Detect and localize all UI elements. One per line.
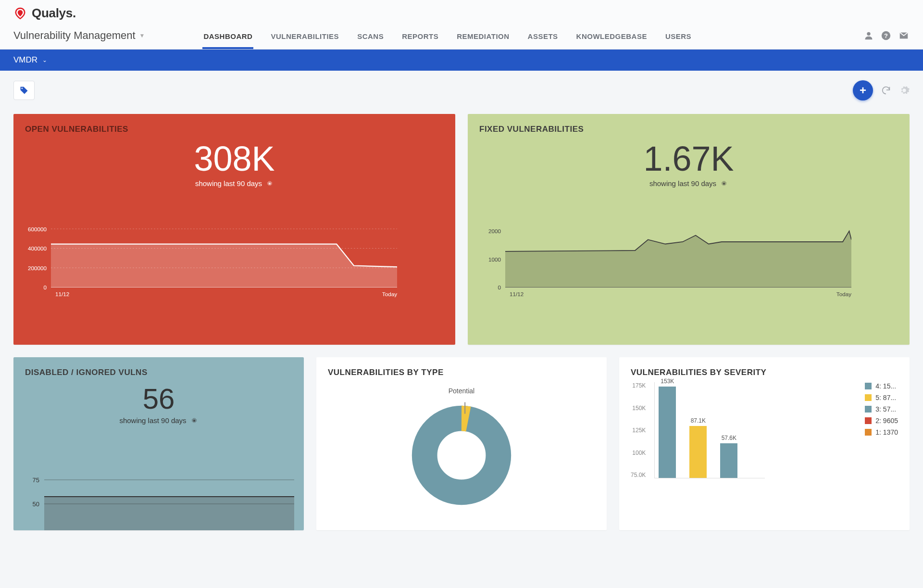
svg-point-3 [22, 88, 23, 89]
fixed-subline: showing last 90 days [479, 179, 898, 188]
card-disabled-ignored[interactable]: DISABLED / IGNORED VULNS 56 showing last… [13, 357, 304, 530]
donut-chart: Potential [328, 387, 595, 513]
svg-text:2000: 2000 [488, 228, 501, 234]
legend-label: 5: 87... [875, 394, 896, 401]
refresh-icon[interactable] [881, 85, 891, 96]
dashboard-toolbar: + [0, 71, 923, 104]
gear-icon[interactable] [720, 180, 728, 188]
dashboard-grid: OPEN VULNERABILITIES 308K showing last 9… [0, 104, 923, 540]
svg-text:1000: 1000 [488, 256, 501, 263]
svg-text:?: ? [884, 32, 888, 39]
svg-text:0: 0 [43, 284, 47, 290]
tab-knowledgebase[interactable]: KNOWLEDGEBASE [575, 27, 648, 49]
svg-text:75: 75 [33, 476, 39, 484]
fixed-value: 1.67K [479, 139, 898, 178]
svg-text:600000: 600000 [28, 226, 47, 232]
legend-swatch-icon [865, 383, 872, 389]
legend-swatch-icon [865, 429, 872, 436]
open-subline: showing last 90 days [25, 179, 444, 188]
card-open-vulnerabilities[interactable]: OPEN VULNERABILITIES 308K showing last 9… [13, 114, 455, 345]
user-icon[interactable] [863, 30, 874, 41]
tab-scans[interactable]: SCANS [356, 27, 385, 49]
disabled-value: 56 [25, 382, 292, 415]
tag-filter-button[interactable] [13, 81, 35, 100]
qualys-logo-icon [13, 7, 27, 20]
legend-item[interactable]: 5: 87... [865, 394, 898, 401]
bar-legend: 4: 15...5: 87...3: 57...2: 96051: 1370 [865, 382, 898, 478]
dashboard-name: VMDR [13, 55, 37, 65]
legend-item[interactable]: 1: 1370 [865, 428, 898, 436]
bar-value-label: 87.1K [691, 417, 706, 424]
app-title-text: Vulnerability Management [13, 29, 136, 42]
y-tick: 100K [631, 450, 646, 456]
legend-label: 3: 57... [875, 405, 896, 413]
svg-point-0 [867, 32, 870, 35]
card-vulns-by-type[interactable]: VULNERABILITIES BY TYPE Potential [316, 357, 607, 530]
legend-swatch-icon [865, 406, 872, 413]
legend-swatch-icon [865, 417, 872, 424]
donut-slice-label: Potential [449, 387, 474, 395]
card-title: DISABLED / IGNORED VULNS [25, 368, 292, 377]
svg-text:Today: Today [382, 291, 397, 297]
tab-remediation[interactable]: REMEDIATION [456, 27, 510, 49]
dashboard-selector-bar[interactable]: VMDR ⌄ [0, 50, 923, 71]
bar-column: 57.6K [720, 435, 737, 478]
card-title: FIXED VULNERABILITIES [479, 125, 898, 134]
card-title: VULNERABILITIES BY TYPE [328, 368, 595, 377]
fixed-trend-chart: 2000 1000 0 11/12 Today [479, 225, 851, 311]
bar-column: 153K [659, 378, 676, 478]
chevron-down-icon: ⌄ [42, 57, 47, 63]
disabled-subline: showing last 90 days [25, 416, 292, 425]
svg-text:11/12: 11/12 [55, 291, 69, 297]
settings-gear-icon[interactable] [899, 85, 910, 96]
help-icon[interactable]: ? [881, 30, 891, 41]
tag-icon [19, 86, 29, 95]
svg-text:11/12: 11/12 [510, 291, 524, 297]
mail-icon[interactable] [898, 30, 910, 41]
add-widget-button[interactable]: + [853, 80, 873, 100]
tab-users[interactable]: USERS [664, 27, 692, 49]
svg-text:50: 50 [33, 500, 39, 508]
y-tick: 150K [631, 405, 646, 412]
tab-vulnerabilities[interactable]: VULNERABILITIES [270, 27, 340, 49]
brand-name: Qualys. [32, 6, 76, 21]
header-actions: ? [863, 30, 910, 47]
gear-icon[interactable] [190, 417, 198, 425]
bar-rect [659, 387, 676, 478]
y-tick: 125K [631, 427, 646, 434]
legend-swatch-icon [865, 394, 872, 401]
open-value: 308K [25, 139, 444, 178]
legend-label: 1: 1370 [875, 428, 898, 436]
card-title: VULNERABILITIES BY SEVERITY [631, 368, 898, 377]
bar-rect [720, 443, 737, 478]
nav-tabs: DASHBOARDVULNERABILITIESSCANSREPORTSREME… [202, 27, 692, 49]
app-switcher[interactable]: Vulnerability Management ▼ [13, 29, 145, 48]
legend-label: 4: 15... [875, 382, 896, 390]
legend-label: 2: 9605 [875, 417, 898, 425]
gear-icon[interactable] [266, 180, 274, 188]
legend-item[interactable]: 4: 15... [865, 382, 898, 390]
bar-column: 87.1K [689, 417, 707, 478]
bar-value-label: 153K [661, 378, 674, 385]
card-vulns-by-severity[interactable]: VULNERABILITIES BY SEVERITY 175K150K125K… [619, 357, 910, 530]
legend-item[interactable]: 3: 57... [865, 405, 898, 413]
bar-y-axis: 175K150K125K100K75.0K [631, 382, 646, 478]
bar-area: 153K87.1K57.6K [654, 382, 765, 478]
legend-item[interactable]: 2: 9605 [865, 417, 898, 425]
donut-icon [404, 398, 519, 513]
tab-reports[interactable]: REPORTS [401, 27, 439, 49]
bar-value-label: 57.6K [722, 435, 736, 441]
y-tick: 75.0K [631, 472, 646, 478]
brand-row: Qualys. [13, 6, 910, 27]
bar-rect [689, 426, 707, 478]
y-tick: 175K [631, 382, 646, 389]
caret-down-icon: ▼ [139, 32, 145, 39]
app-header: Qualys. Vulnerability Management ▼ DASHB… [0, 0, 923, 50]
tab-assets[interactable]: ASSETS [527, 27, 559, 49]
tab-dashboard[interactable]: DASHBOARD [202, 27, 253, 49]
disabled-trend-chart: 75 50 [25, 473, 294, 530]
card-fixed-vulnerabilities[interactable]: FIXED VULNERABILITIES 1.67K showing last… [468, 114, 910, 345]
open-trend-chart: 600000 400000 200000 0 11/12 Today [25, 225, 397, 311]
nav-row: Vulnerability Management ▼ DASHBOARDVULN… [13, 27, 910, 49]
svg-text:Today: Today [836, 291, 851, 297]
